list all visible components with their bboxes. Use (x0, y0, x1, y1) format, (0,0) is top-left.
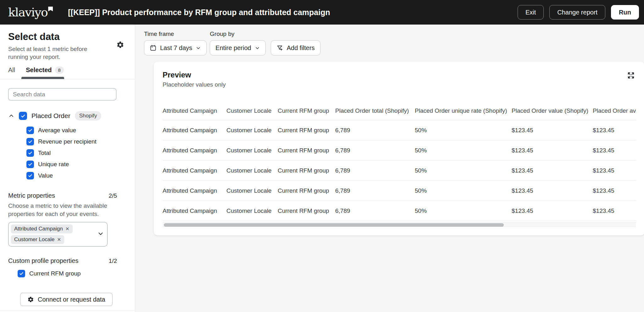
metric-item-checkbox[interactable] (26, 138, 34, 145)
table-row: Attributed CampaignCustomer LocaleCurren… (163, 140, 636, 161)
add-filters-label: Add filters (287, 44, 315, 52)
table-cell: $123.45 (593, 161, 636, 181)
metric-item-label: Unique rate (38, 161, 69, 168)
chevron-down-icon (196, 45, 201, 51)
column-header: Attributed Campaign (163, 103, 226, 120)
placed-order-checkbox[interactable] (19, 112, 27, 120)
chevron-down-icon[interactable] (97, 230, 104, 238)
metric-children-list: Average valueRevenue per recipientTotalU… (26, 125, 127, 181)
metric-item-label: Average value (38, 127, 76, 134)
preview-table: Attributed CampaignCustomer LocaleCurren… (163, 103, 636, 221)
table-header-row: Attributed CampaignCustomer LocaleCurren… (163, 103, 636, 120)
top-bar: klaviyo [[KEEP]] Product performance by … (0, 0, 644, 25)
table-cell: $123.45 (593, 181, 636, 201)
search-input[interactable] (8, 88, 116, 100)
calendar-icon (150, 44, 157, 51)
sidebar-title: Select data (8, 31, 127, 43)
metric-item-row: Unique rate (26, 159, 127, 170)
custom-profile-header: Custom profile properties 1/2 (8, 257, 117, 264)
table-cell: $123.45 (512, 120, 593, 140)
shopify-badge: Shopify (75, 111, 102, 121)
exit-button[interactable]: Exit (518, 5, 544, 20)
table-row: Attributed CampaignCustomer LocaleCurren… (163, 181, 636, 201)
table-body: Attributed CampaignCustomer LocaleCurren… (163, 120, 636, 221)
top-bar-actions: Exit Change report Run (518, 5, 639, 20)
horizontal-scrollbar-thumb[interactable] (164, 223, 504, 227)
metric-item-row: Average value (26, 125, 127, 136)
expand-fullscreen-icon[interactable] (627, 71, 635, 81)
metric-item-label: Total (38, 150, 51, 156)
metric-item-row: Total (26, 147, 127, 159)
time-frame-dropdown[interactable]: Last 7 days (144, 40, 207, 55)
chip-label: Customer Locale (14, 236, 55, 243)
group-by-dropdown[interactable]: Entire period (210, 40, 265, 55)
table-cell: $123.45 (512, 201, 593, 221)
metric-item-checkbox[interactable] (26, 172, 34, 179)
column-header: Placed Order total (Shopify) (335, 103, 415, 120)
sidebar-subtitle: Select at least 1 metric before running … (8, 45, 106, 61)
horizontal-scrollbar-track[interactable] (163, 222, 636, 227)
sidebar-tabs: All Selected 8 (0, 66, 135, 79)
custom-profile-item-checkbox[interactable] (18, 270, 25, 277)
table-cell: 6,789 (335, 161, 415, 181)
table-cell: Customer Locale (226, 140, 278, 161)
metric-group-label: Placed Order (31, 112, 70, 120)
table-cell: Customer Locale (226, 201, 278, 221)
preview-subtitle: Placeholder values only (163, 81, 636, 88)
table-cell: 6,789 (335, 140, 415, 161)
metric-properties-multiselect[interactable]: Attributed Campaign✕Customer Locale✕ (8, 222, 108, 247)
toolbar: Time frame Last 7 days Group by E (144, 31, 644, 55)
custom-profile-list: Current RFM group (8, 268, 127, 279)
custom-profile-item-label: Current RFM group (29, 270, 81, 277)
active-tab-underline (21, 77, 64, 79)
sidebar-bottom-divider (0, 310, 135, 310)
add-filters-button[interactable]: Add filters (271, 40, 320, 55)
collapse-chevron-up-icon[interactable] (8, 113, 14, 119)
chip-remove-x-icon[interactable]: ✕ (57, 237, 61, 242)
report-builder-app: klaviyo [[KEEP]] Product performance by … (0, 0, 644, 312)
chips-container: Attributed Campaign✕Customer Locale✕ (11, 224, 97, 244)
metric-item-row: Revenue per recipient (26, 136, 127, 147)
group-by-group: Group by Entire period (210, 31, 265, 55)
sidebar-settings-gear-icon[interactable] (116, 41, 124, 50)
table-cell: Customer Locale (226, 181, 278, 201)
klaviyo-logo-text: klaviyo (8, 6, 47, 19)
tab-all[interactable]: All (8, 66, 15, 74)
table-row: Attributed CampaignCustomer LocaleCurren… (163, 161, 636, 181)
run-button[interactable]: Run (611, 5, 639, 20)
connect-button-label: Connect or request data (38, 296, 105, 303)
report-title: [[KEEP]] Product performance by RFM grou… (68, 8, 518, 17)
table-cell: Current RFM group (278, 161, 335, 181)
metric-properties-header: Metric properties 2/5 (8, 192, 117, 199)
tab-selected[interactable]: Selected 8 (26, 66, 64, 74)
custom-profile-count: 1/2 (109, 258, 117, 264)
select-data-sidebar: Select data Select at least 1 metric bef… (0, 25, 135, 312)
table-cell: Current RFM group (278, 201, 335, 221)
selected-property-chip: Attributed Campaign✕ (11, 224, 73, 233)
chip-remove-x-icon[interactable]: ✕ (65, 226, 69, 232)
table-cell: Attributed Campaign (163, 201, 226, 221)
table-cell: Attributed Campaign (163, 120, 226, 140)
metric-item-checkbox[interactable] (26, 161, 34, 168)
connect-or-request-data-button[interactable]: Connect or request data (20, 293, 113, 306)
metric-properties-description: Choose a metric to view the available pr… (8, 202, 112, 218)
filter-plus-icon (276, 44, 283, 51)
table-row: Attributed CampaignCustomer LocaleCurren… (163, 201, 636, 221)
metric-item-checkbox[interactable] (26, 149, 34, 157)
change-report-button[interactable]: Change report (549, 5, 605, 20)
metric-item-checkbox[interactable] (26, 127, 34, 134)
table-cell: $123.45 (512, 161, 593, 181)
table-cell: Customer Locale (226, 161, 278, 181)
time-frame-value: Last 7 days (160, 44, 192, 52)
table-cell: 50% (415, 140, 512, 161)
table-cell: Current RFM group (278, 140, 335, 161)
table-cell: 50% (415, 161, 512, 181)
table-row: Attributed CampaignCustomer LocaleCurren… (163, 120, 636, 140)
table-cell: 50% (415, 201, 512, 221)
group-by-label: Group by (210, 31, 265, 37)
table-cell: 50% (415, 181, 512, 201)
table-cell: Attributed Campaign (163, 161, 226, 181)
chevron-down-icon (255, 45, 260, 51)
table-cell: 6,789 (335, 181, 415, 201)
tab-selected-label: Selected (26, 66, 52, 74)
